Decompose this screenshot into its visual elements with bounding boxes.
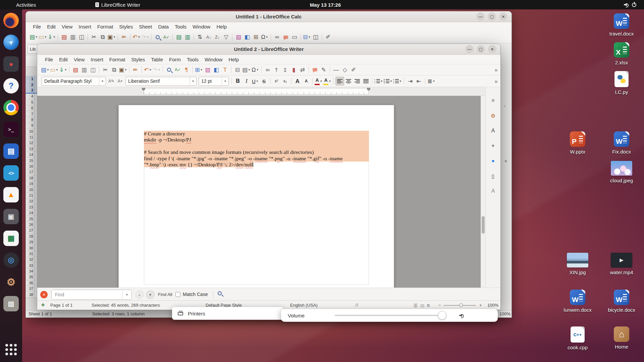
zoom-slider-knob[interactable]: [459, 303, 463, 307]
row-header-9[interactable]: 9: [26, 123, 37, 128]
line-spacing-button[interactable]: ≣▼: [427, 77, 436, 85]
align-justify-button[interactable]: [362, 77, 370, 85]
font-color-button[interactable]: A▼: [314, 77, 323, 85]
spelling-button[interactable]: A✓: [162, 33, 171, 42]
paragraph-style-combo[interactable]: Default Paragraph Styl▼: [42, 77, 106, 86]
decrease-font-size-button[interactable]: A: [302, 77, 311, 85]
row-header-18[interactable]: 18: [26, 175, 37, 181]
open-folder-button[interactable]: ▭▼: [38, 33, 47, 42]
show-draw-functions-button[interactable]: ✐: [324, 33, 332, 42]
printers-menu-item[interactable]: Printers: [172, 307, 283, 320]
split-window-button[interactable]: ◫: [311, 33, 320, 42]
minimize-button[interactable]: —: [476, 12, 485, 21]
print-preview-button[interactable]: ◫: [77, 33, 86, 42]
menu-form[interactable]: Form: [166, 57, 184, 62]
menu-file[interactable]: File: [42, 57, 56, 62]
row-header-30[interactable]: 30: [26, 245, 37, 251]
menu-insert[interactable]: Insert: [75, 24, 94, 29]
row-header-15[interactable]: 15: [26, 158, 37, 163]
dock-item-settings[interactable]: ⚙: [3, 274, 19, 290]
row-header-24[interactable]: 24: [26, 210, 37, 216]
row-header-1[interactable]: 1: [26, 76, 37, 82]
copy-button[interactable]: ⧉: [98, 33, 107, 42]
row-header-17[interactable]: 17: [26, 169, 37, 175]
row-header-14[interactable]: 14: [26, 152, 37, 158]
hyperlink-button[interactable]: ∞: [263, 65, 272, 74]
dropdown-arrow-icon[interactable]: ▼: [256, 80, 259, 83]
dropdown-arrow-icon[interactable]: ▼: [399, 80, 402, 83]
align-center-button[interactable]: [344, 77, 353, 85]
clone-formatting-button[interactable]: ✏: [120, 33, 128, 42]
freeze-panes-button[interactable]: ⊟▼: [303, 33, 311, 42]
increase-font-size-button[interactable]: A: [293, 77, 302, 85]
sidebar-collapse-icon[interactable]: ‹: [504, 104, 505, 108]
desktop-icon-2-xlsx[interactable]: X2.xlsx: [602, 42, 641, 65]
row-header-16[interactable]: 16: [26, 164, 37, 169]
export-pdf-button[interactable]: ▤: [71, 65, 80, 74]
dropdown-arrow-icon[interactable]: ▼: [308, 36, 311, 39]
find-next-button[interactable]: ▼: [146, 290, 155, 299]
row-header-5[interactable]: 5: [26, 100, 37, 105]
close-icon[interactable]: ✕: [504, 159, 507, 164]
row-header-38[interactable]: 38: [26, 292, 37, 297]
font-size-combo[interactable]: 12 pt▼: [199, 77, 229, 86]
navigator-icon[interactable]: ⌖: [488, 141, 498, 150]
dropdown-arrow-icon[interactable]: ▼: [222, 77, 228, 85]
dropdown-arrow-icon[interactable]: ▼: [113, 36, 116, 39]
desktop-icon-water-mp4[interactable]: ▶water.mp4: [602, 253, 641, 275]
decrease-indent-button[interactable]: ⇤: [415, 77, 423, 85]
desktop-icon-cloud-jpeg[interactable]: cloud.jpeg: [602, 161, 641, 183]
italic-button[interactable]: I: [242, 77, 251, 85]
paste-button[interactable]: ▣▼: [118, 65, 127, 74]
menu-help[interactable]: Help: [213, 24, 230, 29]
dropdown-arrow-icon[interactable]: ▼: [390, 80, 392, 83]
focused-app-menu[interactable]: LibreOffice Writer: [95, 0, 140, 9]
row-header-4[interactable]: 4: [26, 94, 37, 99]
footnote-button[interactable]: †: [272, 65, 281, 74]
redo-button[interactable]: ↷▼: [152, 65, 161, 74]
dropdown-arrow-icon[interactable]: ▼: [200, 68, 203, 71]
dropdown-arrow-icon[interactable]: ▼: [329, 80, 331, 83]
desktop-icon-fix-docx[interactable]: WFix.docx: [602, 131, 641, 155]
close-button[interactable]: ✕: [499, 12, 507, 21]
save-button[interactable]: ⇓▼: [59, 65, 67, 74]
menu-view[interactable]: View: [59, 24, 75, 29]
menu-styles[interactable]: Styles: [116, 24, 136, 29]
row-header-22[interactable]: 22: [26, 198, 37, 204]
menu-edit[interactable]: Edit: [56, 57, 71, 62]
underline-button[interactable]: U▼: [251, 77, 260, 85]
menu-format[interactable]: Format: [94, 24, 116, 29]
menu-window[interactable]: Window: [190, 24, 213, 29]
menu-tools[interactable]: Tools: [184, 57, 202, 62]
new-document-button[interactable]: ▤▼: [29, 33, 38, 42]
row-header-31[interactable]: 31: [26, 251, 37, 257]
dock-item-vscode[interactable]: <>: [3, 165, 19, 181]
paste-button[interactable]: ▣▼: [107, 33, 116, 42]
dropdown-arrow-icon[interactable]: ▼: [147, 36, 149, 39]
page-break-button[interactable]: ⊟: [233, 65, 242, 74]
undo-button[interactable]: ↶▼: [132, 33, 141, 42]
menu-view[interactable]: View: [71, 57, 88, 62]
comment-button[interactable]: [311, 65, 319, 74]
row-header-23[interactable]: 23: [26, 204, 37, 210]
row-header-7[interactable]: 7: [26, 111, 37, 117]
dropdown-arrow-icon[interactable]: ▼: [432, 80, 435, 83]
dropdown-arrow-icon[interactable]: ▼: [138, 36, 141, 39]
dock-item-archive-manager[interactable]: ▣: [3, 209, 19, 224]
volume-slider[interactable]: [335, 315, 445, 316]
dropdown-arrow-icon[interactable]: ▼: [124, 68, 127, 71]
dock-item-media-app[interactable]: ●: [3, 56, 19, 72]
export-pdf-button[interactable]: ▤: [60, 33, 68, 42]
document-page[interactable]: # Create a directorymkdir -p ~/Desktop/P…: [118, 105, 394, 288]
close-button[interactable]: ✕: [488, 45, 496, 53]
view-layout-button-1[interactable]: ▯: [414, 303, 418, 308]
dock-item-libreoffice-calc[interactable]: ▦: [3, 231, 19, 246]
sidebar-settings-icon[interactable]: ≡: [488, 96, 498, 105]
dropdown-arrow-icon[interactable]: ▼: [35, 36, 38, 39]
row-header-21[interactable]: 21: [26, 193, 37, 198]
update-style-button[interactable]: A✎: [107, 77, 116, 85]
menu-help[interactable]: Help: [225, 57, 242, 62]
clone-formatting-button[interactable]: ✏: [131, 65, 140, 74]
find-close-button[interactable]: ✕: [40, 291, 48, 298]
dock-item-app-grid[interactable]: [3, 344, 19, 359]
